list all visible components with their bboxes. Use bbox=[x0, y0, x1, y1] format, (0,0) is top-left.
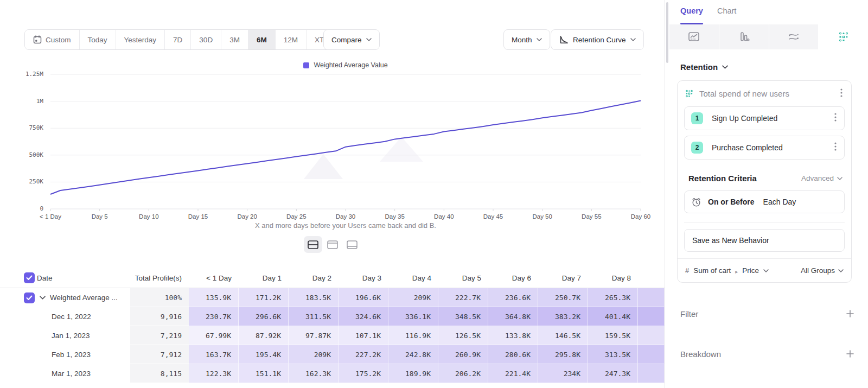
step-menu-button[interactable] bbox=[833, 112, 838, 125]
range-12m-button[interactable]: 12M bbox=[276, 30, 307, 49]
sidebar-scrollbar[interactable] bbox=[666, 2, 668, 63]
retention-value-cell[interactable]: 206.2K bbox=[438, 364, 488, 383]
retention-value-cell[interactable]: 126.5K bbox=[438, 326, 488, 345]
measure-event-label[interactable]: Sum of cart bbox=[693, 266, 731, 275]
retention-value-cell[interactable]: 250.7K bbox=[538, 288, 588, 307]
retention-value-cell[interactable]: 163.7K bbox=[189, 345, 239, 364]
retention-value-cell[interactable]: 116.9K bbox=[388, 326, 438, 345]
range-today-button[interactable]: Today bbox=[80, 30, 116, 49]
retention-section-toggle[interactable]: Retention bbox=[665, 49, 868, 79]
behavior-step-2[interactable]: 2 Purchase Completed bbox=[684, 136, 845, 160]
retention-value-cell[interactable]: 162.3K bbox=[289, 364, 339, 383]
row-label-cell[interactable]: Weighted Average ... bbox=[37, 294, 130, 302]
retention-value-cell[interactable]: 236.6K bbox=[488, 288, 538, 307]
date-column-header[interactable]: Date bbox=[37, 274, 130, 282]
criteria-mode-dropdown[interactable]: Advanced bbox=[801, 174, 843, 182]
behavior-step-1[interactable]: 1 Sign Up Completed bbox=[684, 106, 845, 130]
table-row[interactable]: Mar 1, 20238,115122.3K151.1K162.3K175.2K… bbox=[0, 364, 665, 383]
retention-value-cell[interactable]: 133.8K bbox=[488, 326, 538, 345]
breakdown-add-row[interactable]: Breakdown bbox=[680, 346, 854, 362]
retention-value-cell[interactable]: 209K bbox=[289, 345, 339, 364]
retention-line-series[interactable] bbox=[50, 101, 641, 194]
retention-value-cell[interactable]: 183.5K bbox=[289, 288, 339, 307]
retention-value-cell[interactable]: 401.4K bbox=[588, 307, 638, 326]
retention-value-cell[interactable]: 296.6K bbox=[239, 307, 289, 326]
row-label-cell[interactable]: Mar 1, 2023 bbox=[37, 370, 130, 378]
retention-value-cell[interactable]: 151.1K bbox=[239, 364, 289, 383]
retention-value-cell[interactable]: 234K bbox=[538, 364, 588, 383]
retention-value-cell[interactable]: 196.6K bbox=[339, 288, 388, 307]
report-retention-button[interactable] bbox=[819, 24, 868, 49]
retention-value-cell[interactable]: 324.6K bbox=[339, 307, 388, 326]
column-header[interactable]: Day 3 bbox=[339, 274, 388, 282]
retention-value-cell[interactable]: 242.8K bbox=[388, 345, 438, 364]
retention-value-cell[interactable]: 313.5K bbox=[588, 345, 638, 364]
save-as-new-behavior-button[interactable]: Save as New Behavior bbox=[684, 229, 845, 252]
retention-value-cell[interactable]: 209K bbox=[388, 288, 438, 307]
retention-value-cell[interactable]: 146.5K bbox=[538, 326, 588, 345]
row-checkbox[interactable] bbox=[24, 272, 35, 283]
behavior-header[interactable]: Total spend of new users bbox=[678, 81, 851, 106]
report-insights-button[interactable] bbox=[669, 24, 719, 49]
column-header[interactable]: Day 4 bbox=[388, 274, 438, 282]
retention-value-cell[interactable]: 247.3K bbox=[588, 364, 638, 383]
column-header[interactable]: Total Profile(s) bbox=[130, 274, 189, 282]
range-yesterday-button[interactable]: Yesterday bbox=[116, 30, 165, 49]
table-row[interactable]: Feb 1, 20237,912163.7K195.4K209K227.2K24… bbox=[0, 345, 665, 364]
column-header[interactable]: Day 6 bbox=[488, 274, 538, 282]
retention-value-cell[interactable]: 189.9K bbox=[388, 364, 438, 383]
retention-value-cell[interactable]: 159.5K bbox=[588, 326, 638, 345]
retention-value-cell[interactable]: 67.99K bbox=[189, 326, 239, 345]
retention-value-cell[interactable]: 295.8K bbox=[538, 345, 588, 364]
retention-value-cell[interactable]: 107.1K bbox=[339, 326, 388, 345]
row-checkbox[interactable] bbox=[24, 292, 35, 303]
layout-table-view-button[interactable] bbox=[343, 236, 361, 253]
behavior-menu-button[interactable] bbox=[839, 87, 844, 100]
groups-dropdown[interactable]: All Groups bbox=[801, 266, 844, 275]
row-label-cell[interactable]: Dec 1, 2022 bbox=[37, 313, 130, 321]
range-6m-button[interactable]: 6M bbox=[248, 30, 276, 49]
retention-value-cell[interactable]: 227.2K bbox=[339, 345, 388, 364]
tab-query[interactable]: Query bbox=[680, 7, 703, 24]
retention-value-cell[interactable]: 97.87K bbox=[289, 326, 339, 345]
table-row[interactable]: Dec 1, 20229,916230.7K296.6K311.5K324.6K… bbox=[0, 307, 665, 326]
column-header[interactable]: Day 5 bbox=[438, 274, 488, 282]
retention-value-cell[interactable]: 135.9K bbox=[189, 288, 239, 307]
retention-curve-chart[interactable]: 1.25M1M750K500K250K0< 1 DayDay 5Day 10Da… bbox=[0, 54, 665, 236]
row-expand-chevron-icon[interactable] bbox=[40, 296, 46, 300]
retention-value-cell[interactable]: 175.2K bbox=[339, 364, 388, 383]
row-label-cell[interactable]: Feb 1, 2023 bbox=[37, 351, 130, 359]
measure-property-label[interactable]: Price bbox=[742, 266, 759, 275]
time-value[interactable]: Each Day bbox=[763, 198, 796, 206]
layout-split-view-button[interactable] bbox=[304, 236, 322, 253]
column-header[interactable]: Day 2 bbox=[289, 274, 339, 282]
filter-add-row[interactable]: Filter bbox=[680, 306, 854, 322]
time-operator[interactable]: On or Before bbox=[708, 198, 755, 206]
retention-value-cell[interactable]: 221.4K bbox=[488, 364, 538, 383]
range-3m-button[interactable]: 3M bbox=[221, 30, 248, 49]
table-row[interactable]: Jan 1, 20237,21967.99K87.92K97.87K107.1K… bbox=[0, 326, 665, 345]
column-header[interactable]: < 1 Day bbox=[189, 274, 239, 282]
column-header[interactable]: Day 1 bbox=[239, 274, 289, 282]
retention-value-cell[interactable]: 222.7K bbox=[438, 288, 488, 307]
chart-type-button[interactable]: Retention Curve bbox=[551, 29, 644, 50]
retention-value-cell[interactable]: 265.3K bbox=[588, 288, 638, 307]
row-label-cell[interactable]: Jan 1, 2023 bbox=[37, 332, 130, 340]
column-header[interactable]: Day 8 bbox=[588, 274, 638, 282]
layout-chart-view-button[interactable] bbox=[323, 236, 342, 253]
range-custom-button[interactable]: Custom bbox=[25, 30, 80, 49]
column-header[interactable]: Day 7 bbox=[538, 274, 588, 282]
retention-value-cell[interactable]: 280.6K bbox=[488, 345, 538, 364]
granularity-button[interactable]: Month bbox=[503, 29, 550, 50]
time-constraint-row[interactable]: On or Before Each Day bbox=[684, 190, 845, 213]
retention-value-cell[interactable]: 364.8K bbox=[488, 307, 538, 326]
retention-value-cell[interactable]: 122.3K bbox=[189, 364, 239, 383]
retention-value-cell[interactable]: 311.5K bbox=[289, 307, 339, 326]
tab-chart[interactable]: Chart bbox=[717, 7, 736, 24]
table-row[interactable]: Weighted Average ...100%135.9K171.2K183.… bbox=[0, 288, 665, 307]
retention-value-cell[interactable]: 171.2K bbox=[239, 288, 289, 307]
retention-value-cell[interactable]: 230.7K bbox=[189, 307, 239, 326]
range-30d-button[interactable]: 30D bbox=[191, 30, 221, 49]
retention-value-cell[interactable]: 383.2K bbox=[538, 307, 588, 326]
retention-value-cell[interactable]: 87.92K bbox=[239, 326, 289, 345]
